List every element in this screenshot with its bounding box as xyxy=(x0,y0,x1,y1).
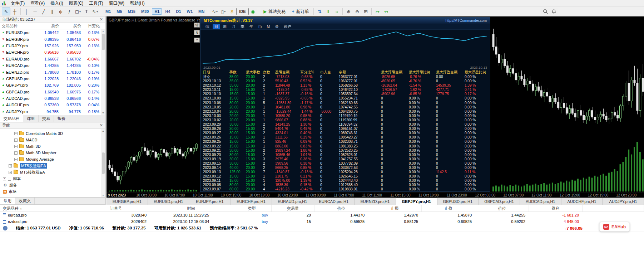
shapes-tool[interactable]: ◻▾ xyxy=(74,8,82,15)
shift-end-icon[interactable]: ↦ xyxy=(373,8,382,15)
trades-col-header-0[interactable]: 交易品种▲ xyxy=(0,205,82,212)
trades-col-header-8[interactable]: 价位 xyxy=(475,205,529,212)
navigator-item[interactable]: +Math 3D xyxy=(0,143,105,150)
navigator-item[interactable]: +Math 3D Morpher xyxy=(0,150,105,156)
trades-col-header-4[interactable]: 交易量 xyxy=(272,205,314,212)
mtc-tab-月[interactable]: 月 xyxy=(230,24,238,29)
zoom-out-icon[interactable]: ⊖ xyxy=(353,8,361,15)
chart-tab-GBPJPYproH1[interactable]: GBPJPY.pro,H1 xyxy=(396,198,437,205)
market-watch-tab-详细[interactable]: 详细 xyxy=(23,115,39,122)
expand-icon[interactable]: + xyxy=(9,164,12,168)
mtc-tab-M[interactable]: M xyxy=(265,24,272,29)
timeframe-h4[interactable]: H4 xyxy=(163,8,173,15)
expand-icon[interactable]: + xyxy=(14,132,18,135)
timeframe-m1[interactable]: M1 xyxy=(103,8,113,15)
close-icon[interactable]: ✕ xyxy=(100,17,103,22)
timeframe-m30[interactable]: M30 xyxy=(139,8,151,15)
menu-item-1[interactable]: 查看(V) xyxy=(28,0,48,7)
expand-icon[interactable]: + xyxy=(3,177,6,180)
dollar-icon[interactable]: $ xyxy=(228,8,236,15)
navigator-scrollbar[interactable]: ▲ ▼ xyxy=(101,129,105,197)
chart-tab-EURGBPproH1[interactable]: EURGBP.pro,H1 xyxy=(106,198,148,205)
search-icon[interactable] xyxy=(541,8,550,15)
expand-icon[interactable]: + xyxy=(14,158,18,161)
mtc-tab-币[interactable]: 币 xyxy=(256,24,264,29)
menu-item-3[interactable]: 图表(C) xyxy=(66,0,86,7)
expand-icon[interactable]: + xyxy=(14,151,18,155)
navigator-item[interactable]: +MT5接收端EA xyxy=(0,169,105,175)
chart-tab-EURUSDproH1[interactable]: EURUSD.pro,H1 xyxy=(148,198,189,205)
vertical-line-tool[interactable]: │ xyxy=(22,8,31,15)
market-watch-row[interactable]: ▲EURCAD.pro1.442551.442850.10% xyxy=(0,62,105,69)
cursor-tool[interactable]: ⇖ xyxy=(2,8,10,15)
menu-item-6[interactable]: 帮助(H) xyxy=(127,0,148,7)
mtc-tab-备[interactable]: 备 xyxy=(273,24,281,29)
trades-col-header-7[interactable]: 止盈 xyxy=(422,205,475,212)
market-watch-row[interactable]: ▲GBPJPY.pro182.769182.8050.20% xyxy=(0,82,105,88)
mtc-tab-季[interactable]: 季 xyxy=(239,24,246,29)
chart-tab-EURCHFproH1[interactable]: EURCHF.pro,H1 xyxy=(231,198,272,205)
market-watch-tab-报价[interactable]: 报价 xyxy=(54,115,69,122)
trade-position-row[interactable]: eurcad.pro30283402023.10.11 15:29:25buy2… xyxy=(0,212,644,218)
mtc-tab-账户[interactable]: 账户 xyxy=(282,24,293,29)
close-icon[interactable]: ✕ xyxy=(100,123,103,128)
timeframe-d1[interactable]: D1 xyxy=(174,8,184,15)
mtc-tab-周[interactable]: 周 xyxy=(221,24,229,29)
navigator-item[interactable]: +MT5发送端EA xyxy=(0,162,105,169)
trades-col-header-6[interactable]: 止损 xyxy=(368,205,422,212)
market-watch-row[interactable]: ▲EURNZD.pro1.780681.781000.17% xyxy=(0,69,105,75)
chart-area[interactable]: GBPJPY.pro,H1 Great Britain Pound vs Jap… xyxy=(106,16,644,198)
algo-trading-button[interactable]: ▶算法交易 xyxy=(261,8,289,16)
algo-status-icon[interactable]: ◉ xyxy=(249,8,257,15)
market-watch-row[interactable]: ▲AUDCAD.pro0.865380.865660.14% xyxy=(0,95,105,102)
shift-back-icon[interactable]: ↤ xyxy=(382,8,390,15)
market-depth-icon[interactable]: ‖ xyxy=(324,8,332,15)
zoom-in-icon[interactable]: ⊕ xyxy=(344,8,353,15)
new-order-button[interactable]: +新订单 xyxy=(289,8,312,16)
chart-tab-EURJPYproH1[interactable]: EURJPY.pro,H1 xyxy=(189,198,231,205)
scroll-thumb[interactable] xyxy=(102,34,105,50)
market-watch-row[interactable]: ▲AUDCHF.pro0.573600.573780.04% xyxy=(0,102,105,108)
trendline-tool[interactable]: ╱ xyxy=(39,8,48,15)
indicators-icon[interactable]: ∿▾ xyxy=(210,8,219,15)
timeframe-m15[interactable]: M15 xyxy=(125,8,138,15)
trade-position-row[interactable]: nzdusd.pro30284022023.10.12 15:03:34buy1… xyxy=(0,218,644,225)
chart-tab-GBPUSDproH1[interactable]: GBPUSD.pro,H1 xyxy=(437,198,479,205)
horizontal-line-tool[interactable]: ─ xyxy=(31,8,39,15)
mtc-mini-button-N[interactable]: N xyxy=(194,30,200,35)
expand-icon[interactable]: + xyxy=(14,139,18,142)
mtc-mini-button-缩[interactable]: 缩 xyxy=(194,23,200,28)
chart-tab-AUDCHFproH1[interactable]: AUDCHF.pro,H1 xyxy=(561,198,603,205)
chart-tab-EURAUDproH1[interactable]: EURAUD.pro,H1 xyxy=(272,198,313,205)
ide-button[interactable]: IDE xyxy=(236,8,248,15)
trades-col-header-9[interactable]: 盈利 xyxy=(529,205,583,212)
text-tool[interactable]: T xyxy=(82,8,91,15)
tile-windows-icon[interactable]: ⊞ xyxy=(361,8,370,15)
menu-item-5[interactable]: 窗口(W) xyxy=(106,0,127,7)
market-watch-scrollbar[interactable]: ▲ ▼ xyxy=(101,29,105,115)
market-watch-row[interactable]: ▼EURAUD.pro1.666671.66702-0.04% xyxy=(0,56,105,62)
scroll-up-icon[interactable]: ▲ xyxy=(102,130,104,132)
scroll-up-icon[interactable]: ▲ xyxy=(102,30,104,33)
notifications-icon[interactable] xyxy=(550,8,558,15)
pitchfork-tool[interactable]: ψ xyxy=(56,8,65,15)
market-watch-row[interactable]: ▲EURUSD.pro1.054421.054530.13% xyxy=(0,29,105,36)
navigator-item[interactable]: +MACD xyxy=(0,137,105,143)
arrow-tool[interactable]: ↖▾ xyxy=(91,8,99,15)
market-watch-tab-交易[interactable]: 交易 xyxy=(39,115,54,122)
menu-item-0[interactable]: 文件(F) xyxy=(8,0,28,7)
navigator-item[interactable]: +脚本 xyxy=(0,175,105,182)
market-watch-row[interactable]: ▲AUDJPY.pro94.75594.7750.18% xyxy=(0,108,105,115)
market-watch-row[interactable]: ▲GBPUSD.pro1.220281.220460.19% xyxy=(0,76,105,82)
zigzag-icon[interactable]: ≈ xyxy=(332,8,341,15)
chart-tab-EURNZDproH1[interactable]: EURNZD.pro,H1 xyxy=(355,198,396,205)
scroll-down-icon[interactable]: ▼ xyxy=(102,112,104,114)
timeframe-m5[interactable]: M5 xyxy=(114,8,124,15)
scroll-down-icon[interactable]: ▼ xyxy=(102,194,104,196)
trades-col-header-3[interactable]: 类型 xyxy=(232,205,272,212)
navigator-item[interactable]: ⚙服务 xyxy=(0,182,105,188)
navigator-item[interactable]: M市场 xyxy=(0,188,105,195)
trades-col-header-2[interactable]: 时间 xyxy=(150,205,232,212)
crosshair-tool[interactable]: ┼ xyxy=(10,8,19,15)
market-watch-row[interactable]: ▲EURJPY.pro157.926157.9500.13% xyxy=(0,43,105,49)
